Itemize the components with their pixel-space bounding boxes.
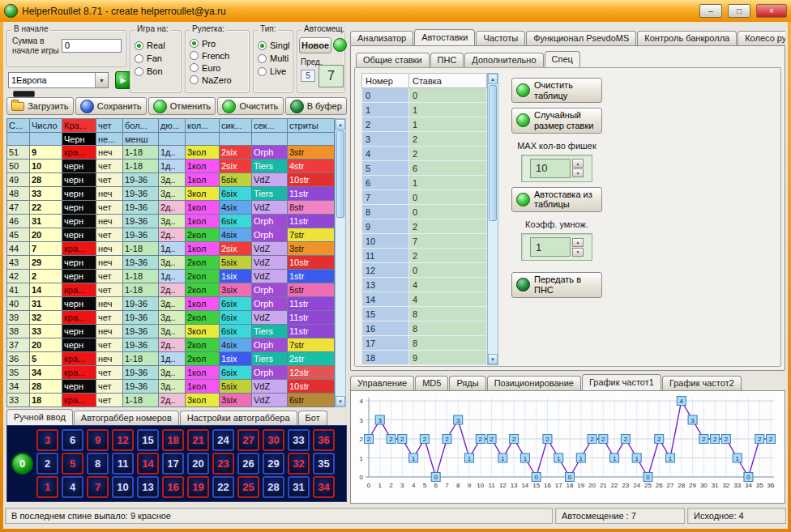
number-button-9[interactable]: 9 (87, 429, 109, 451)
history-row[interactable]: 4722чернчет19-362д..1кол4sixVdZ8str (7, 201, 335, 215)
radio-Fan[interactable]: Fan (132, 52, 181, 65)
undo-button[interactable]: Отменить (148, 97, 216, 115)
column-header[interactable]: сик... (220, 119, 252, 133)
max-chips-input[interactable]: 10 (530, 159, 571, 178)
clear-button[interactable]: Очистить (217, 97, 283, 115)
scroll-thumb[interactable] (489, 85, 497, 221)
bets-row[interactable]: 42 (362, 147, 487, 161)
number-button-3[interactable]: 3 (36, 429, 58, 451)
column-header[interactable]: дю... (159, 119, 186, 133)
bets-row[interactable]: 168 (362, 321, 487, 336)
scroll-down-icon[interactable]: ▼ (336, 396, 345, 406)
bets-row[interactable]: 120 (362, 263, 487, 278)
chevron-down-icon[interactable]: ▼ (95, 73, 108, 87)
bets-row[interactable]: 189 (362, 351, 487, 365)
bets-row[interactable]: 00 (362, 88, 487, 103)
tab-Контроль банкролла[interactable]: Контроль банкролла (637, 31, 737, 45)
number-button-35[interactable]: 35 (313, 453, 335, 475)
radio-Bon[interactable]: Bon (132, 65, 181, 78)
radio-French[interactable]: French (187, 49, 249, 62)
tab-Спец[interactable]: Спец (545, 51, 580, 67)
tab-Бот[interactable]: Бот (298, 411, 327, 425)
bets-row[interactable]: 11 (362, 103, 487, 117)
mini-dark-button[interactable] (13, 91, 35, 97)
bets-row[interactable]: 32 (362, 132, 487, 147)
number-button-2[interactable]: 2 (36, 453, 58, 475)
play-button[interactable]: ▶ (115, 71, 131, 89)
scroll-down-icon[interactable]: ▼ (488, 354, 498, 364)
minimize-button[interactable]: – (699, 4, 722, 18)
bets-column-header[interactable]: Номер (362, 74, 409, 88)
scroll-track[interactable] (488, 222, 498, 354)
history-row[interactable]: 3932кра...чет19-363д..2кол6sixVdZ11str (7, 311, 335, 325)
tab-Анализатор[interactable]: Анализатор (350, 31, 413, 45)
tab-Управление[interactable]: Управление (350, 376, 414, 390)
number-button-31[interactable]: 31 (288, 476, 310, 498)
number-button-10[interactable]: 10 (112, 476, 134, 498)
number-button-15[interactable]: 15 (137, 429, 159, 451)
history-row[interactable]: 4833черннеч19-363д..3кол6sixTiers11str (7, 187, 335, 201)
bets-column-header[interactable]: Ставка (409, 74, 487, 88)
bets-row[interactable]: 144 (362, 292, 487, 307)
spin-down-button[interactable]: ▼ (572, 248, 584, 257)
history-row[interactable]: 447кра...неч1-181д..1кол2sixVdZ3str (7, 242, 335, 256)
number-button-23[interactable]: 23 (212, 453, 234, 475)
copy-buffer-button[interactable]: В буфер (285, 97, 347, 115)
tab-График частот2[interactable]: График частот2 (662, 376, 742, 390)
tab-ПНС[interactable]: ПНС (430, 53, 464, 67)
number-button-11[interactable]: 11 (112, 453, 134, 475)
column-header[interactable]: бол... (123, 119, 159, 133)
tab-Колесо ру[interactable]: Колесо ру (738, 31, 785, 45)
save-button[interactable]: Сохранить (75, 97, 147, 115)
history-row[interactable]: 4631черннеч19-363д..1кол6sixOrph11str (7, 215, 335, 228)
number-button-29[interactable]: 29 (263, 453, 284, 475)
bets-row[interactable]: 92 (362, 219, 487, 234)
new-button[interactable]: Новое (299, 37, 331, 53)
number-button-25[interactable]: 25 (237, 476, 259, 498)
scroll-thumb[interactable] (336, 130, 344, 218)
scroll-up-icon[interactable]: ▲ (336, 119, 345, 130)
radio-Live[interactable]: Live (255, 65, 293, 78)
bets-row[interactable]: 70 (362, 190, 487, 205)
number-button-4[interactable]: 4 (62, 476, 83, 498)
history-row[interactable]: 365кра...неч1-181д..2кол1sixTiers2str (7, 352, 335, 366)
spin-up-button[interactable]: ▲ (572, 159, 584, 168)
number-button-7[interactable]: 7 (87, 476, 109, 498)
bets-row[interactable]: 56 (362, 161, 487, 176)
number-button-28[interactable]: 28 (263, 476, 284, 498)
number-button-17[interactable]: 17 (162, 453, 184, 475)
load-button[interactable]: Загрузить (6, 97, 74, 115)
tab-Ручной ввод[interactable]: Ручной ввод (6, 409, 73, 425)
tab-Частоты[interactable]: Частоты (476, 31, 525, 45)
number-button-6[interactable]: 6 (62, 429, 83, 451)
autobet-from-table-button[interactable]: Автоставка из таблицы (511, 187, 602, 212)
bets-row[interactable]: 134 (362, 278, 487, 292)
tab-Ряды[interactable]: Ряды (449, 376, 485, 390)
history-scrollbar[interactable]: ▲ ▼ (335, 118, 346, 407)
maximize-button[interactable]: □ (728, 4, 750, 18)
bets-row[interactable]: 158 (362, 307, 487, 321)
number-button-33[interactable]: 33 (288, 429, 310, 451)
history-row[interactable]: 4928чернчет19-363д..1кол5sixVdZ10str (7, 173, 335, 187)
spin-up-button[interactable]: ▲ (572, 238, 584, 247)
number-button-34[interactable]: 34 (313, 476, 335, 498)
tab-Автограббер номеров[interactable]: Автограббер номеров (74, 411, 179, 425)
radio-Pro[interactable]: Pro (187, 37, 249, 49)
number-button-32[interactable]: 32 (288, 453, 310, 475)
tab-Настройки автограббера[interactable]: Настройки автограббера (180, 411, 297, 425)
history-row[interactable]: 4031черннеч19-363д..1кол6sixOrph11str (7, 297, 335, 311)
radio-NaZero[interactable]: NaZero (187, 74, 249, 86)
column-header[interactable]: С... (7, 119, 30, 133)
close-button[interactable]: × (756, 4, 787, 18)
bets-row[interactable]: 21 (362, 117, 487, 132)
column-header[interactable]: кол... (186, 119, 220, 133)
bets-row[interactable]: 112 (362, 249, 487, 263)
number-button-19[interactable]: 19 (187, 476, 209, 498)
number-button-13[interactable]: 13 (137, 476, 159, 498)
radio-Singl[interactable]: Singl (255, 39, 293, 52)
spin-down-button[interactable]: ▼ (572, 168, 584, 177)
history-row[interactable]: 5010чернчет1-181д..1кол2sixTiers4str (7, 160, 335, 173)
random-bet-size-button[interactable]: Случайный размер ставки (511, 108, 602, 133)
scroll-track[interactable] (336, 219, 345, 396)
radio-Multi[interactable]: Multi (255, 52, 293, 65)
